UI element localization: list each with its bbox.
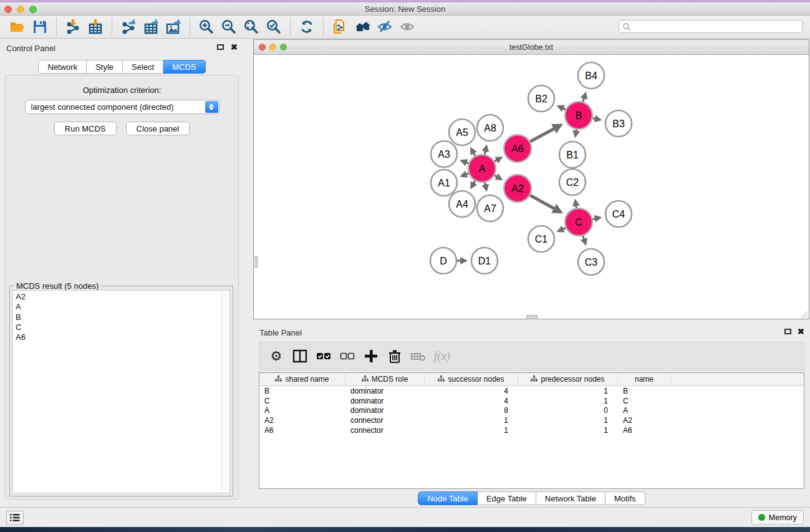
tab-select[interactable]: Select: [123, 60, 163, 74]
graph-node-A6[interactable]: A6: [504, 135, 531, 162]
mcds-result-item[interactable]: A6: [16, 332, 229, 342]
panel-splitter-handle[interactable]: [526, 315, 538, 319]
graph-node-label: C3: [585, 257, 598, 268]
show-all-icon[interactable]: [396, 17, 418, 36]
graph-node-B3[interactable]: B3: [605, 110, 632, 137]
graph-edge-A6-B[interactable]: [527, 125, 560, 143]
table-cell: connector: [345, 416, 425, 425]
mcds-result-item[interactable]: A: [16, 302, 229, 312]
graph-node-B1[interactable]: B1: [559, 142, 586, 168]
graph-edge-A2-C[interactable]: [527, 193, 560, 211]
table-cell: 0: [518, 406, 618, 415]
graph-node-A7[interactable]: A7: [477, 195, 503, 221]
search-box[interactable]: [619, 20, 803, 33]
table-cell: B: [259, 387, 345, 395]
tab-mcds[interactable]: MCDS: [163, 60, 205, 74]
first-neighbors-icon[interactable]: [351, 17, 374, 36]
import-table-icon[interactable]: [84, 17, 107, 36]
table-row[interactable]: Bdominator41B: [259, 386, 804, 396]
gear-icon[interactable]: ⚙: [264, 346, 288, 367]
column-header-name[interactable]: name: [618, 373, 671, 385]
graph-node-A[interactable]: A: [468, 155, 496, 182]
delete-column-icon[interactable]: [383, 346, 407, 367]
mcds-result-item[interactable]: B: [16, 312, 229, 322]
app-titlebar: Session: New Session: [0, 2, 810, 16]
column-header-predecessor-nodes[interactable]: predecessor nodes: [518, 373, 618, 385]
graph-node-C4[interactable]: C4: [605, 201, 632, 227]
graph-node-label: D: [440, 256, 447, 266]
mcds-result-list[interactable]: A2ABCA6: [12, 290, 230, 493]
memory-button[interactable]: Memory: [751, 510, 804, 525]
float-panel-icon[interactable]: [784, 329, 791, 334]
graph-node-A1[interactable]: A1: [431, 170, 457, 196]
task-history-button[interactable]: [6, 511, 24, 525]
resize-grip-icon[interactable]: [799, 309, 808, 318]
graph-node-A4[interactable]: A4: [449, 191, 475, 217]
graph-node-B2[interactable]: B2: [528, 85, 554, 112]
close-panel-button[interactable]: Close panel: [126, 122, 190, 135]
select-all-icon[interactable]: [312, 346, 335, 367]
control-panel-title: Control Panel: [6, 44, 55, 53]
tab-node-table[interactable]: Node Table: [418, 491, 478, 505]
tab-network-table[interactable]: Network Table: [536, 491, 605, 505]
column-header-MCDS-role[interactable]: MCDS role: [345, 373, 425, 385]
column-header-shared-name[interactable]: shared name: [259, 373, 345, 385]
status-bar: Memory: [0, 507, 810, 527]
birdseye-toggle-handle[interactable]: [253, 256, 258, 268]
zoom-in-icon[interactable]: [195, 17, 218, 36]
tab-edge-table[interactable]: Edge Table: [478, 491, 536, 505]
zoom-selected-icon[interactable]: [263, 17, 285, 36]
mcds-result-item[interactable]: C: [16, 322, 229, 332]
zoom-out-icon[interactable]: [218, 17, 240, 36]
network-canvas[interactable]: AA1A2A3A4A5A6A7A8BB1B2B3B4CC1C2C3C4DD1: [254, 55, 809, 319]
column-header-successor-nodes[interactable]: successor nodes: [425, 373, 518, 385]
graph-node-D1[interactable]: D1: [471, 248, 498, 274]
list-scrollbar[interactable]: [221, 291, 229, 493]
tab-style[interactable]: Style: [87, 60, 123, 74]
tab-motifs[interactable]: Motifs: [605, 491, 645, 505]
table-row[interactable]: A6connector11A6: [259, 425, 804, 435]
tab-network[interactable]: Network: [38, 60, 87, 74]
graph-node-C2[interactable]: C2: [559, 169, 586, 195]
graph-node-A5[interactable]: A5: [449, 119, 475, 145]
table-panel-title: Table Panel: [259, 328, 302, 337]
search-input[interactable]: [631, 22, 802, 32]
graph-node-label: C4: [612, 209, 625, 220]
graph-node-B4[interactable]: B4: [578, 62, 604, 89]
table-row[interactable]: Cdominator41C: [259, 396, 804, 406]
open-file-icon[interactable]: [6, 17, 29, 36]
deselect-all-icon[interactable]: [335, 346, 359, 367]
graph-node-A3[interactable]: A3: [431, 141, 457, 167]
close-panel-icon[interactable]: ✖: [798, 327, 804, 336]
save-session-icon[interactable]: [29, 17, 51, 36]
table-row[interactable]: A2connector11A2: [259, 415, 804, 425]
graph-node-C[interactable]: C: [565, 208, 592, 236]
export-network-icon[interactable]: [117, 17, 140, 36]
add-column-icon[interactable]: [359, 346, 383, 367]
close-panel-icon[interactable]: ✖: [231, 43, 238, 51]
graph-node-C3[interactable]: C3: [578, 249, 604, 275]
import-network-icon[interactable]: [62, 17, 84, 36]
table-cell: 1: [518, 426, 618, 435]
float-panel-icon[interactable]: [217, 44, 224, 50]
graph-node-B[interactable]: B: [565, 102, 592, 129]
table-row[interactable]: Adominator80A: [259, 406, 804, 416]
graph-node-D[interactable]: D: [430, 248, 456, 274]
column-layout-icon[interactable]: [288, 346, 312, 367]
export-image-icon[interactable]: [162, 17, 185, 36]
graph-node-C1[interactable]: C1: [528, 226, 554, 252]
criterion-dropdown[interactable]: largest connected component (directed): [25, 100, 219, 114]
run-mcds-button[interactable]: Run MCDS: [54, 122, 117, 135]
graph-node-A2[interactable]: A2: [504, 175, 531, 202]
toolbar-separator: [56, 18, 57, 36]
table-cell: A2: [618, 416, 671, 425]
window-title: Session: New Session: [0, 4, 810, 14]
graph-node-label: C1: [535, 234, 548, 244]
export-table-icon[interactable]: [140, 17, 162, 36]
hide-selected-icon[interactable]: [374, 17, 396, 36]
mcds-result-item[interactable]: A2: [16, 292, 229, 302]
new-network-from-selection-icon[interactable]: [329, 17, 351, 36]
refresh-icon[interactable]: [296, 17, 318, 36]
zoom-fit-icon[interactable]: [240, 17, 263, 36]
graph-node-A8[interactable]: A8: [477, 115, 503, 141]
